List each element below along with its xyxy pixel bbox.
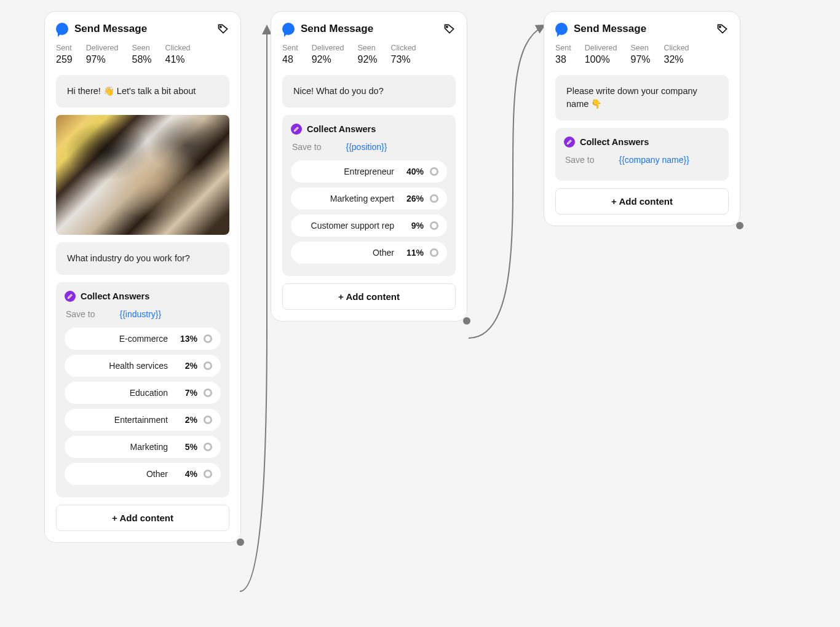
chat-icon: [555, 23, 568, 35]
answer-option[interactable]: Entrepreneur40%: [291, 160, 447, 183]
add-content-button[interactable]: + Add content: [282, 283, 456, 310]
card-title: Send Message: [301, 23, 437, 35]
pencil-circle-icon: [65, 291, 76, 302]
save-to-label: Save to: [66, 309, 95, 319]
flow-card-3[interactable]: Send Message Sent38 Delivered100% Seen97…: [544, 11, 740, 226]
stats-row: Sent38 Delivered100% Seen97% Clicked32%: [555, 44, 729, 65]
connection-handle[interactable]: [430, 248, 438, 257]
connection-handle[interactable]: [204, 443, 212, 451]
card-title: Send Message: [574, 23, 710, 35]
message-block[interactable]: Hi there! 👋 Let's talk a bit about: [56, 75, 229, 108]
answer-option[interactable]: Marketing5%: [65, 436, 221, 458]
connection-handle[interactable]: [204, 388, 212, 397]
connection-handle[interactable]: [204, 334, 212, 343]
connection-handle[interactable]: [204, 416, 212, 424]
card-output-handle[interactable]: [463, 317, 470, 325]
flow-card-2[interactable]: Send Message Sent48 Delivered92% Seen92%…: [271, 11, 467, 321]
tag-icon[interactable]: [443, 23, 456, 35]
answer-option[interactable]: Customer support rep9%: [291, 215, 447, 237]
save-to-variable[interactable]: {{company name}}: [619, 155, 689, 165]
card-output-handle[interactable]: [736, 222, 743, 229]
connection-handle[interactable]: [430, 194, 438, 203]
connection-handle[interactable]: [430, 167, 438, 176]
pencil-circle-icon: [564, 136, 575, 148]
message-block[interactable]: Please write down your company name 👇: [555, 75, 729, 120]
connection-handle[interactable]: [204, 361, 212, 370]
svg-point-1: [446, 26, 448, 28]
answer-option[interactable]: Health services2%: [65, 355, 221, 377]
add-content-button[interactable]: + Add content: [555, 188, 729, 215]
image-block[interactable]: [56, 115, 229, 235]
collect-answers-block[interactable]: Collect Answers Save to {{position}} Ent…: [282, 115, 456, 276]
chat-icon: [56, 23, 68, 35]
message-block[interactable]: What industry do you work for?: [56, 242, 229, 275]
save-to-label: Save to: [292, 142, 321, 152]
chat-icon: [282, 23, 295, 35]
answer-option[interactable]: E-commerce13%: [65, 328, 221, 350]
svg-point-0: [220, 26, 221, 28]
message-block[interactable]: Nice! What do you do?: [282, 75, 456, 108]
collect-answers-block[interactable]: Collect Answers Save to {{industry}} E-c…: [56, 282, 229, 497]
answer-option[interactable]: Other11%: [291, 242, 447, 264]
svg-point-2: [719, 26, 721, 28]
card-output-handle[interactable]: [237, 538, 244, 546]
answer-option[interactable]: Marketing expert26%: [291, 187, 447, 210]
add-content-button[interactable]: + Add content: [56, 505, 229, 531]
stats-row: Sent48 Delivered92% Seen92% Clicked73%: [282, 44, 456, 65]
answer-option[interactable]: Other4%: [65, 463, 221, 485]
connection-handle[interactable]: [430, 221, 438, 230]
save-to-variable[interactable]: {{industry}}: [119, 309, 161, 319]
answer-option[interactable]: Education7%: [65, 382, 221, 404]
save-to-label: Save to: [565, 155, 594, 165]
answer-option[interactable]: Entertainment2%: [65, 409, 221, 431]
card-title: Send Message: [74, 23, 211, 35]
collect-answers-block[interactable]: Collect Answers Save to {{company name}}: [555, 128, 729, 181]
save-to-variable[interactable]: {{position}}: [346, 142, 387, 152]
tag-icon[interactable]: [716, 23, 729, 35]
flow-card-1[interactable]: Send Message Sent259 Delivered97% Seen58…: [44, 11, 241, 543]
connection-handle[interactable]: [204, 470, 212, 478]
stats-row: Sent259 Delivered97% Seen58% Clicked41%: [56, 44, 229, 65]
tag-icon[interactable]: [217, 23, 229, 35]
pencil-circle-icon: [291, 124, 302, 135]
